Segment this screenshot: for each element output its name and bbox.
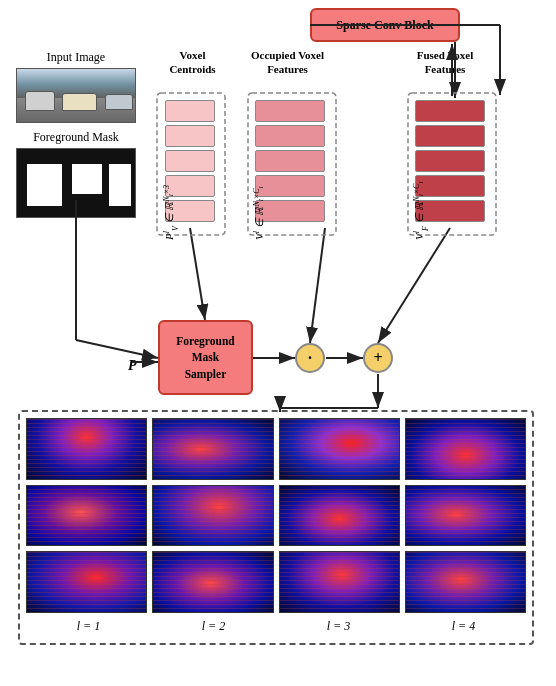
voxel-centroid-rect-2 [165,125,215,147]
input-image-section: Input Image [16,50,136,123]
fused-rect-5 [415,200,485,222]
feature-cell-2-2 [152,485,273,547]
occupied-rect-4 [255,175,325,197]
feature-cell-2-1 [26,485,147,547]
svg-line-11 [76,340,158,358]
occupied-rect-1 [255,100,325,122]
plus-operator: + [363,343,393,373]
fg-sampler-label: ForegroundMaskSampler [176,333,234,381]
occupied-rect-2 [255,125,325,147]
feature-cell-3-4 [405,551,526,613]
occupied-rect-5 [255,200,325,222]
grid-label-2: l = 2 [151,619,276,634]
feature-cell-3-2 [152,551,273,613]
feature-cell-3-3 [279,551,400,613]
diagram: Sparse Conv Block Input Image Foreground… [0,0,556,686]
svg-line-3 [378,228,450,343]
feature-grid [26,418,526,613]
feature-cell-2-3 [279,485,400,547]
svg-line-12 [190,228,205,320]
grid-labels: l = 1 l = 2 l = 3 l = 4 [26,619,526,634]
foreground-mask-sampler: ForegroundMaskSampler [158,320,253,395]
grid-label-1: l = 1 [26,619,151,634]
grid-label-4: l = 4 [401,619,526,634]
foreground-mask-section: Foreground Mask [16,130,136,218]
feature-cell-1-3 [279,418,400,480]
feature-grid-container: l = 1 l = 2 l = 3 l = 4 [18,410,534,645]
occupied-features-stack [255,100,325,222]
occupied-features-label: Occupied Voxel Features [250,48,325,77]
feature-cell-1-1 [26,418,147,480]
fused-rect-3 [415,150,485,172]
dot-operator: · [295,343,325,373]
feature-cell-1-4 [405,418,526,480]
grid-label-3: l = 3 [276,619,401,634]
feature-cell-2-4 [405,485,526,547]
input-image-img [16,68,136,123]
feature-cell-1-2 [152,418,273,480]
voxel-centroids-stack [165,100,215,222]
p-label: P [128,358,137,374]
fused-rect-2 [415,125,485,147]
fused-rect-1 [415,100,485,122]
voxel-centroids-label: Voxel Centroids [160,48,225,77]
svg-line-4 [310,228,325,343]
occupied-rect-3 [255,150,325,172]
fused-features-stack [415,100,485,222]
input-image-label: Input Image [16,50,136,65]
feature-cell-3-1 [26,551,147,613]
fused-rect-4 [415,175,485,197]
voxel-centroid-rect-3 [165,150,215,172]
voxel-centroid-rect-5 [165,200,215,222]
fused-features-label: Fused Voxel Features [405,48,485,77]
sparse-conv-block: Sparse Conv Block [310,8,460,42]
foreground-mask-img [16,148,136,218]
voxel-centroid-rect-1 [165,100,215,122]
foreground-mask-label: Foreground Mask [16,130,136,145]
voxel-centroid-rect-4 [165,175,215,197]
